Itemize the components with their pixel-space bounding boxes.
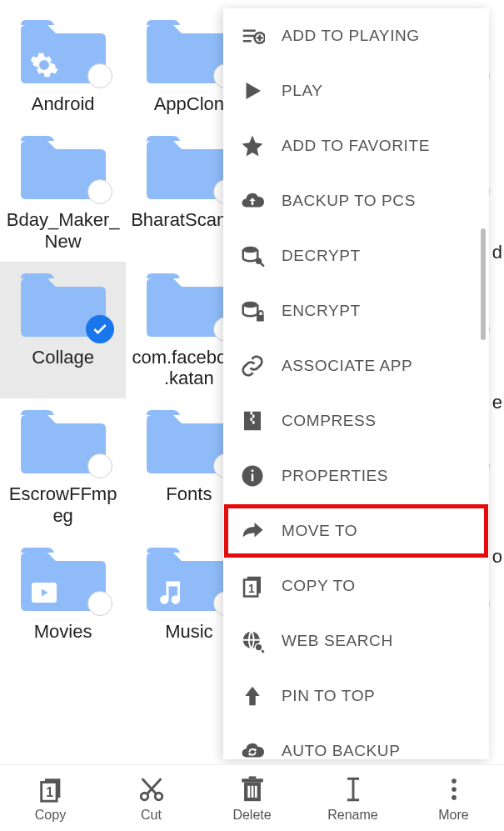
svg-point-31 (452, 787, 457, 792)
folder-label: Collage (32, 347, 94, 368)
menu-item-move-to[interactable]: MOVE TO (223, 503, 489, 558)
menu-item-web-search[interactable]: WEB SEARCH (223, 613, 489, 668)
cut-button[interactable]: Cut (101, 774, 202, 823)
copy-one-icon: 1 (238, 572, 267, 600)
menu-item-label: PIN TO TOP (282, 687, 375, 705)
more-label: More (438, 808, 468, 823)
svg-rect-7 (251, 412, 253, 415)
partial-folder-label: o (492, 546, 502, 568)
svg-point-4 (243, 302, 258, 308)
bottom-toolbar: 1 Copy Cut Delete Rename More (0, 764, 504, 831)
menu-item-label: BACKUP TO PCS (282, 192, 416, 210)
folder-icon (17, 129, 109, 204)
svg-point-32 (452, 795, 457, 800)
partial-folder-label: d (492, 242, 502, 263)
menu-item-decrypt[interactable]: DECRYPT (223, 228, 489, 283)
menu-item-label: ADD TO FAVORITE (282, 137, 430, 155)
folder-label: Music (165, 621, 212, 642)
menu-item-compress[interactable]: COMPRESS (223, 393, 489, 448)
menu-item-copy-to[interactable]: 1COPY TO (223, 558, 489, 613)
zip-icon (238, 407, 267, 435)
svg-rect-28 (251, 785, 253, 797)
folder-item[interactable]: Collage (0, 262, 126, 399)
menu-item-label: ADD TO PLAYING (282, 27, 420, 45)
menu-item-encrypt[interactable]: ENCRYPT (223, 283, 489, 338)
menu-item-properties[interactable]: PROPERTIES (223, 448, 489, 503)
svg-rect-9 (251, 418, 253, 421)
delete-icon (237, 774, 267, 804)
menu-item-label: ENCRYPT (282, 302, 361, 320)
more-button[interactable]: More (403, 774, 504, 823)
partial-folder-label: e (492, 392, 502, 413)
menu-item-add-to-fav[interactable]: ADD TO FAVORITE (223, 118, 489, 173)
globe-search-icon (238, 627, 267, 655)
gear-icon (29, 50, 59, 80)
music-icon (155, 578, 185, 608)
folder-item[interactable]: Android (0, 8, 126, 124)
svg-rect-10 (252, 421, 255, 424)
folder-icon (17, 403, 109, 478)
rename-icon (338, 774, 368, 804)
folder-item[interactable]: Bday_Maker_New (0, 124, 126, 262)
folder-label: EscrowFFmpeg (5, 483, 122, 526)
folder-label: Bday_Maker_New (5, 209, 122, 252)
svg-text:1: 1 (46, 784, 53, 798)
playlist-add-icon (238, 22, 267, 50)
svg-point-18 (255, 643, 262, 651)
menu-item-pin-to-top[interactable]: PIN TO TOP (223, 668, 489, 723)
svg-rect-26 (248, 776, 256, 778)
menu-item-label: PLAY (282, 82, 323, 100)
check-icon (86, 315, 114, 343)
svg-rect-12 (252, 474, 254, 482)
svg-rect-13 (252, 470, 254, 473)
folder-label: Android (32, 93, 95, 114)
menu-item-play[interactable]: PLAY (223, 63, 489, 118)
cloud-up-icon (238, 187, 267, 215)
folder-icon (17, 267, 109, 342)
cut-icon (137, 774, 167, 804)
menu-item-label: ASSOCIATE APP (282, 357, 412, 375)
svg-rect-25 (242, 778, 263, 782)
folder-item[interactable]: Movies (0, 536, 126, 652)
folder-label: Fonts (166, 483, 212, 504)
folder-icon (143, 267, 235, 342)
cut-label: Cut (141, 808, 162, 823)
folder-icon (17, 541, 109, 616)
folder-item[interactable]: EscrowFFmpeg (0, 398, 126, 536)
select-circle[interactable] (87, 179, 112, 204)
db-lock-icon (238, 297, 267, 325)
menu-item-auto-backup[interactable]: AUTO BACKUP (223, 723, 489, 759)
delete-label: Delete (232, 808, 271, 823)
db-key-icon (238, 242, 267, 270)
context-menu: ADD TO PLAYINGPLAYADD TO FAVORITEBACKUP … (223, 8, 489, 759)
menu-item-label: COMPRESS (282, 412, 377, 430)
svg-rect-8 (252, 415, 255, 418)
star-icon (238, 132, 267, 160)
select-circle[interactable] (87, 63, 112, 88)
menu-item-label: COPY TO (282, 577, 356, 595)
folder-icon (143, 541, 235, 616)
svg-rect-29 (254, 785, 257, 797)
menu-item-backup-pcs[interactable]: BACKUP TO PCS (223, 173, 489, 228)
menu-item-label: DECRYPT (282, 247, 361, 265)
menu-item-add-to-playing[interactable]: ADD TO PLAYING (223, 8, 489, 63)
copy-button[interactable]: 1 Copy (0, 774, 101, 823)
select-circle[interactable] (87, 453, 112, 478)
select-circle[interactable] (87, 591, 112, 616)
folder-label: Movies (34, 621, 92, 642)
svg-rect-27 (247, 785, 250, 797)
svg-point-2 (243, 247, 258, 253)
svg-rect-5 (257, 315, 264, 322)
menu-item-assoc-app[interactable]: ASSOCIATE APP (223, 338, 489, 393)
folder-label: AppClon (154, 93, 224, 114)
menu-item-label: MOVE TO (282, 522, 357, 540)
scrollbar-thumb[interactable] (481, 228, 486, 340)
menu-item-label: PROPERTIES (282, 467, 388, 485)
copy-label: Copy (35, 808, 66, 823)
svg-point-30 (452, 778, 457, 783)
delete-button[interactable]: Delete (202, 774, 302, 823)
copy-icon: 1 (36, 774, 66, 804)
rename-button[interactable]: Rename (302, 774, 403, 823)
forward-icon (238, 517, 267, 545)
folder-icon (143, 13, 235, 88)
